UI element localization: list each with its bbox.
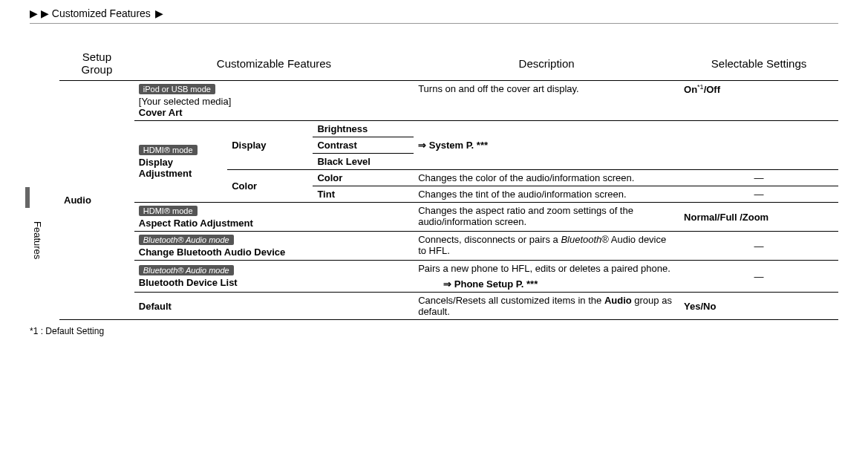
breadcrumb-arrow-after: ▶ [155, 7, 163, 19]
change-bt-label: Change Bluetooth Audio Device [139, 247, 285, 258]
th-description: Description [414, 46, 679, 81]
bt-list-desc: Pairs a new phone to HFL, edits or delet… [414, 261, 679, 277]
bt-list-feature: Bluetooth® Audio mode Bluetooth Device L… [134, 261, 414, 293]
brightness-label: Brightness [313, 121, 414, 137]
display-sublabel: Display [227, 121, 313, 170]
black-level-label: Black Level [313, 154, 414, 170]
change-bt-feature: Bluetooth® Audio mode Change Bluetooth A… [134, 232, 414, 261]
cover-art-settings: On*1/Off [679, 81, 838, 121]
default-desc: Cancels/Resets all customized items in t… [414, 293, 679, 320]
cover-art-on: On [684, 84, 697, 95]
change-bt-desc-text: Connects, disconnects or pairs a Bluetoo… [418, 234, 666, 256]
breadcrumb: ▶ ▶ Customized Features ▶ [30, 7, 838, 19]
display-settings-blank [679, 121, 838, 170]
tint-dash: — [679, 186, 838, 203]
side-tab-label: Features [30, 217, 45, 264]
system-ref-text: ⇒ System P. *** [418, 140, 488, 151]
setup-group-cell: Audio [59, 81, 134, 320]
th-selectable: Selectable Settings [679, 46, 838, 81]
change-bt-dash: — [679, 232, 838, 261]
color-desc: Changes the color of the audio/informati… [414, 170, 679, 186]
cover-art-sup: *1 [697, 83, 704, 91]
default-desc-pre: Cancels/Resets all customized items in t… [418, 295, 604, 306]
bt-list-label: Bluetooth Device List [139, 277, 238, 288]
header-divider [30, 23, 838, 24]
default-desc-bold: Audio [604, 295, 632, 306]
cover-art-desc: Turns on and off the cover art display. [414, 81, 679, 121]
content-wrap: Features Setup Group Customizable Featur… [59, 46, 838, 320]
default-label: Default [134, 293, 414, 320]
phone-setup-ref-text: ⇒ Phone Setup P. *** [443, 278, 538, 290]
system-ref: ⇒ System P. *** [414, 121, 679, 170]
badge-bt-2: Bluetooth® Audio mode [139, 265, 234, 275]
bt-list-dash: — [679, 261, 838, 293]
breadcrumb-title: Customized Features [52, 7, 151, 19]
cover-art-media: [Your selected media] [139, 96, 232, 107]
aspect-label: Aspect Ratio Adjustment [139, 218, 253, 229]
footnote: *1 : Default Setting [30, 326, 838, 336]
color-sublabel: Color [227, 170, 313, 203]
setup-group-label: Audio [64, 195, 91, 206]
change-bt-desc: Connects, disconnects or pairs a Bluetoo… [414, 232, 679, 261]
badge-ipod-usb: iPod or USB mode [139, 84, 215, 94]
display-adjustment-label: Display Adjustment [139, 157, 192, 179]
th-setup-group: Setup Group [59, 46, 134, 81]
badge-bt-1: Bluetooth® Audio mode [139, 235, 234, 245]
tint-desc: Changes the tint of the audio/informatio… [414, 186, 679, 203]
aspect-feature: HDMI® mode Aspect Ratio Adjustment [134, 203, 414, 232]
cover-art-off: /Off [704, 84, 720, 95]
side-tab-indicator [25, 187, 30, 208]
contrast-label: Contrast [313, 137, 414, 154]
aspect-desc: Changes the aspect ratio and zoom settin… [414, 203, 679, 232]
th-customizable: Customizable Features [134, 46, 414, 81]
breadcrumb-arrows: ▶ ▶ [30, 7, 49, 19]
badge-hdmi-2: HDMI® mode [139, 206, 198, 216]
cover-art-feature: iPod or USB mode [Your selected media] C… [134, 81, 414, 121]
phone-setup-ref: ⇒ Phone Setup P. *** [414, 276, 679, 293]
aspect-settings: Normal/Full /Zoom [679, 203, 838, 232]
features-table: Setup Group Customizable Features Descri… [59, 46, 838, 320]
display-adjustment-cell: HDMI® mode Display Adjustment [134, 121, 227, 203]
color-dash: — [679, 170, 838, 186]
tint-label: Tint [313, 186, 414, 203]
default-settings: Yes/No [679, 293, 838, 320]
badge-hdmi-1: HDMI® mode [139, 145, 198, 155]
cover-art-label: Cover Art [139, 107, 183, 118]
color-label: Color [313, 170, 414, 186]
